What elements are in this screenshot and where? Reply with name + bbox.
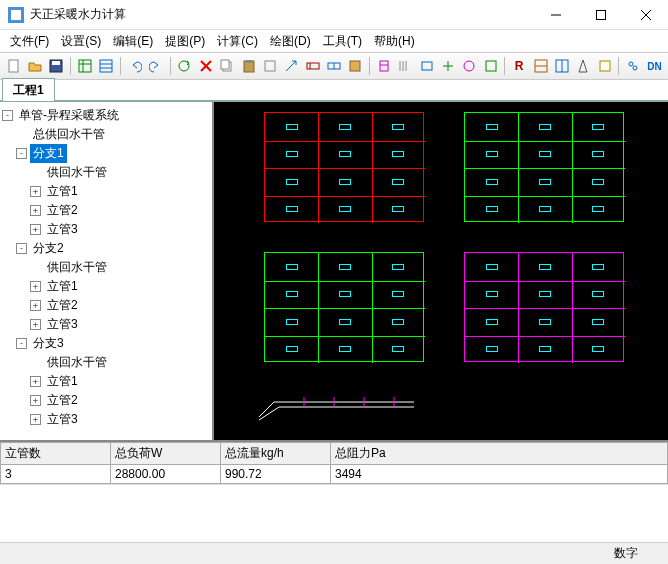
drawing-canvas[interactable]	[214, 102, 668, 440]
doc-tabstrip: 工程1	[0, 80, 668, 102]
tree-branch2-riser3[interactable]: +立管3	[2, 315, 210, 334]
tree-branch3[interactable]: -分支3	[2, 334, 210, 353]
save-icon[interactable]	[47, 56, 66, 76]
svg-rect-21	[246, 60, 252, 63]
status-bar: 数字	[0, 542, 668, 564]
svg-rect-40	[600, 61, 610, 71]
app-icon	[8, 7, 24, 23]
book-icon[interactable]	[595, 56, 614, 76]
tool-f-icon[interactable]	[374, 56, 393, 76]
tree-branch3-riser2[interactable]: +立管2	[2, 391, 210, 410]
tree-branch1-supply[interactable]: 供回水干管	[2, 163, 210, 182]
svg-rect-19	[221, 60, 229, 69]
tool-h-icon[interactable]	[417, 56, 436, 76]
undo-icon[interactable]	[125, 56, 144, 76]
table2-icon[interactable]	[97, 56, 116, 76]
menu-tools[interactable]: 工具(T)	[317, 31, 368, 52]
svg-rect-12	[100, 60, 112, 72]
tool-j-icon[interactable]	[460, 56, 479, 76]
tool-d-icon[interactable]	[324, 56, 343, 76]
results-grid: 立管数 总负荷W 总流量kg/h 总阻力Pa 3 28800.00 990.72…	[0, 442, 668, 484]
tool-g-icon[interactable]	[396, 56, 415, 76]
svg-rect-6	[9, 60, 18, 72]
tree-branch1-riser3[interactable]: +立管3	[2, 220, 210, 239]
close-button[interactable]	[623, 0, 668, 30]
grid-empty-area	[0, 484, 668, 542]
tool-i-icon[interactable]	[438, 56, 457, 76]
table-row[interactable]: 3 28800.00 990.72 3494	[1, 465, 668, 484]
svg-rect-3	[596, 10, 605, 19]
paste-icon[interactable]	[239, 56, 258, 76]
col-load[interactable]: 总负荷W	[111, 443, 221, 465]
svg-rect-8	[52, 61, 60, 65]
r-icon[interactable]: R	[509, 56, 528, 76]
menu-calc[interactable]: 计算(C)	[211, 31, 264, 52]
redo-icon[interactable]	[146, 56, 165, 76]
svg-rect-27	[350, 61, 360, 71]
tree-panel[interactable]: -单管-异程采暖系统 总供回水干管 -分支1 供回水干管 +立管1 +立管2 +…	[0, 102, 214, 440]
delete-icon[interactable]	[196, 56, 215, 76]
menu-edit[interactable]: 编辑(E)	[107, 31, 159, 52]
tree-branch1[interactable]: -分支1	[2, 144, 210, 163]
menu-settings[interactable]: 设置(S)	[55, 31, 107, 52]
minimize-button[interactable]	[533, 0, 578, 30]
tool-c-icon[interactable]	[303, 56, 322, 76]
svg-rect-33	[422, 62, 432, 70]
menu-draw[interactable]: 绘图(D)	[264, 31, 317, 52]
menu-pick[interactable]: 提图(P)	[159, 31, 211, 52]
svg-point-41	[629, 62, 633, 66]
tool-e-icon[interactable]	[346, 56, 365, 76]
tree-branch3-supply[interactable]: 供回水干管	[2, 353, 210, 372]
new-icon[interactable]	[4, 56, 23, 76]
col-resist[interactable]: 总阻力Pa	[331, 443, 668, 465]
svg-rect-9	[79, 60, 91, 72]
tool-a-icon[interactable]	[260, 56, 279, 76]
svg-point-42	[633, 66, 637, 70]
grid2-icon[interactable]	[552, 56, 571, 76]
col-riser-count[interactable]: 立管数	[1, 443, 111, 465]
tool-b-icon[interactable]	[282, 56, 301, 76]
tree-branch2-supply[interactable]: 供回水干管	[2, 258, 210, 277]
svg-point-34	[464, 61, 474, 71]
link-icon[interactable]	[623, 56, 642, 76]
doc-tab[interactable]: 工程1	[2, 78, 55, 101]
compass-icon[interactable]	[574, 56, 593, 76]
tree-branch2-riser2[interactable]: +立管2	[2, 296, 210, 315]
tree-branch1-riser2[interactable]: +立管2	[2, 201, 210, 220]
tree-branch3-riser1[interactable]: +立管1	[2, 372, 210, 391]
tool-k-icon[interactable]	[481, 56, 500, 76]
tree-branch2[interactable]: -分支2	[2, 239, 210, 258]
window-title: 天正采暖水力计算	[30, 6, 533, 23]
svg-rect-35	[486, 61, 496, 71]
tree-branch2-riser1[interactable]: +立管1	[2, 277, 210, 296]
svg-rect-22	[265, 61, 275, 71]
tree-branch3-riser3[interactable]: +立管3	[2, 410, 210, 429]
title-bar: 天正采暖水力计算	[0, 0, 668, 30]
status-indicator: 数字	[614, 545, 638, 562]
results-grid-area: 立管数 总负荷W 总流量kg/h 总阻力Pa 3 28800.00 990.72…	[0, 440, 668, 542]
maximize-button[interactable]	[578, 0, 623, 30]
tree-branch1-riser1[interactable]: +立管1	[2, 182, 210, 201]
grid1-icon[interactable]	[531, 56, 550, 76]
open-icon[interactable]	[25, 56, 44, 76]
dn-icon[interactable]: DN	[645, 56, 664, 76]
svg-rect-28	[380, 61, 388, 71]
toolbar: R DN	[0, 52, 668, 80]
svg-point-15	[179, 61, 189, 71]
col-flow[interactable]: 总流量kg/h	[221, 443, 331, 465]
copy-icon[interactable]	[217, 56, 236, 76]
table1-icon[interactable]	[75, 56, 94, 76]
menu-help[interactable]: 帮助(H)	[368, 31, 421, 52]
refresh-icon[interactable]	[175, 56, 194, 76]
svg-rect-23	[307, 63, 319, 69]
menu-bar: 文件(F) 设置(S) 编辑(E) 提图(P) 计算(C) 绘图(D) 工具(T…	[0, 30, 668, 52]
tree-root[interactable]: -单管-异程采暖系统	[2, 106, 210, 125]
svg-rect-1	[11, 10, 21, 20]
menu-file[interactable]: 文件(F)	[4, 31, 55, 52]
tree-main-supply[interactable]: 总供回水干管	[2, 125, 210, 144]
